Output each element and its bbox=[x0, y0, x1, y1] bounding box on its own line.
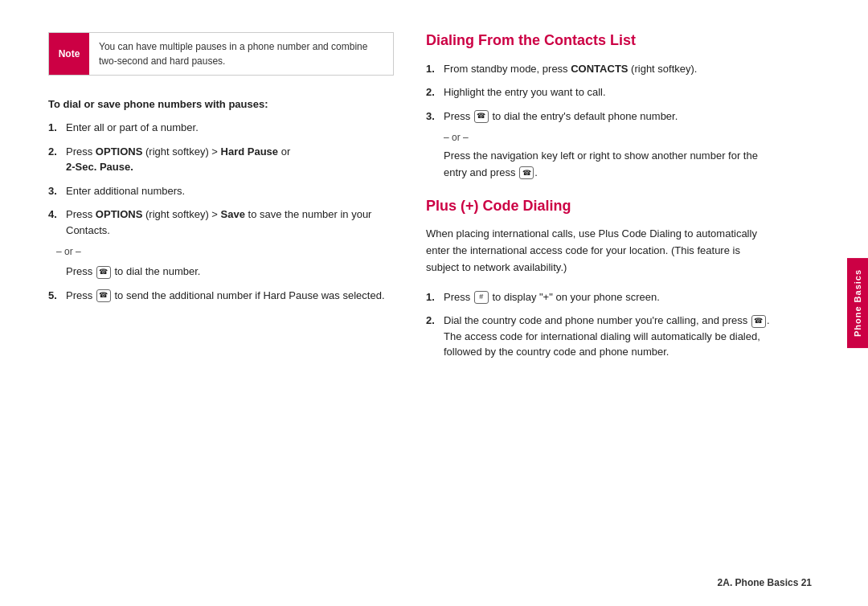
step-content: Press OPTIONS (right softkey) > Save to … bbox=[66, 207, 394, 238]
left-section-heading: To dial or save phone numbers with pause… bbox=[48, 98, 394, 110]
step-num: 1. bbox=[426, 289, 439, 305]
step-content: Enter additional numbers. bbox=[66, 183, 394, 199]
right-step-s2-2: 2. Dial the country code and phone numbe… bbox=[426, 313, 772, 360]
step-content: Enter all or part of a number. bbox=[66, 120, 394, 136]
step-num: 3. bbox=[48, 183, 61, 199]
left-column: Note You can have multiple pauses in a p… bbox=[48, 32, 394, 574]
right-column: Dialing From the Contacts List 1. From s… bbox=[426, 32, 772, 574]
main-area: Note You can have multiple pauses in a p… bbox=[0, 0, 868, 606]
left-steps-list: 1. Enter all or part of a number. 2. Pre… bbox=[48, 120, 394, 238]
step-content: Press ☎ to send the additional number if… bbox=[66, 288, 394, 304]
right-steps-list-1: 1. From standby mode, press CONTACTS (ri… bbox=[426, 61, 772, 125]
step-num: 1. bbox=[48, 120, 61, 136]
right-step-2: 2. Highlight the entry you want to call. bbox=[426, 84, 772, 100]
note-label: Note bbox=[49, 33, 89, 75]
left-step-3: 3. Enter additional numbers. bbox=[48, 183, 394, 199]
left-steps-list-2: 5. Press ☎ to send the additional number… bbox=[48, 288, 394, 304]
or-text: Press the navigation key left or right t… bbox=[426, 148, 772, 182]
dial-number-text: Press ☎ to dial the number. bbox=[48, 264, 394, 280]
right-step-1: 1. From standby mode, press CONTACTS (ri… bbox=[426, 61, 772, 77]
right-step-3: 3. Press ☎ to dial the entry's default p… bbox=[426, 109, 772, 125]
section1-title: Dialing From the Contacts List bbox=[426, 32, 772, 50]
step-num: 5. bbox=[48, 288, 61, 304]
right-step-s2-1: 1. Press # to display "+" on your phone … bbox=[426, 289, 772, 305]
step-content: Press # to display "+" on your phone scr… bbox=[444, 289, 772, 305]
left-step-5: 5. Press ☎ to send the additional number… bbox=[48, 288, 394, 304]
note-box: Note You can have multiple pauses in a p… bbox=[48, 32, 394, 76]
footer: 2A. Phone Basics 21 bbox=[718, 577, 812, 588]
step-num: 2. bbox=[48, 144, 61, 175]
step-num: 2. bbox=[426, 313, 439, 360]
hash-icon: # bbox=[474, 291, 489, 304]
call-icon: ☎ bbox=[96, 289, 111, 302]
left-step-1: 1. Enter all or part of a number. bbox=[48, 120, 394, 136]
section2-title: Plus (+) Code Dialing bbox=[426, 198, 772, 215]
section2-intro: When placing international calls, use Pl… bbox=[426, 226, 772, 276]
step-content: Press OPTIONS (right softkey) > Hard Pau… bbox=[66, 144, 394, 175]
or-separator-right: – or – bbox=[444, 132, 772, 143]
step-num: 1. bbox=[426, 61, 439, 77]
side-tab: Phone Basics bbox=[847, 258, 868, 348]
step-num: 4. bbox=[48, 207, 61, 238]
page: Note You can have multiple pauses in a p… bbox=[0, 0, 868, 606]
step-content: From standby mode, press CONTACTS (right… bbox=[444, 61, 772, 77]
right-steps-list-2: 1. Press # to display "+" on your phone … bbox=[426, 289, 772, 360]
left-step-4: 4. Press OPTIONS (right softkey) > Save … bbox=[48, 207, 394, 238]
call-icon: ☎ bbox=[519, 166, 534, 179]
step-content: Highlight the entry you want to call. bbox=[444, 84, 772, 100]
call-icon: ☎ bbox=[96, 266, 111, 279]
left-step-2: 2. Press OPTIONS (right softkey) > Hard … bbox=[48, 144, 394, 175]
or-separator: – or – bbox=[48, 246, 394, 257]
step-content: Dial the country code and phone number y… bbox=[444, 313, 772, 360]
step-num: 3. bbox=[426, 109, 439, 125]
step-content: Press ☎ to dial the entry's default phon… bbox=[444, 109, 772, 125]
call-icon: ☎ bbox=[751, 315, 766, 328]
note-text: You can have multiple pauses in a phone … bbox=[89, 33, 393, 75]
step-num: 2. bbox=[426, 84, 439, 100]
call-icon: ☎ bbox=[474, 110, 489, 123]
